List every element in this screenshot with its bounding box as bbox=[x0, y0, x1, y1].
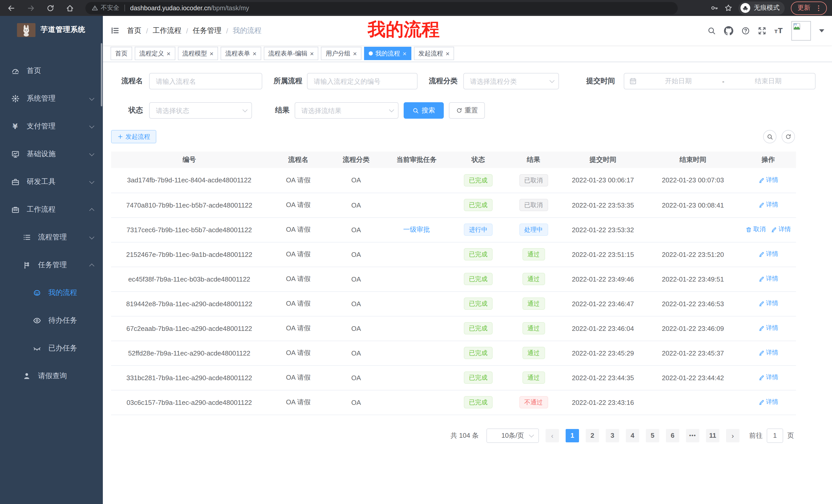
sidebar-item-8[interactable]: 我的流程 bbox=[0, 279, 103, 307]
table-row: 52ffd28e-7b9a-11ec-a290-acde48001122 OA … bbox=[111, 341, 796, 365]
result-select[interactable] bbox=[295, 102, 398, 119]
chevron-down-icon[interactable] bbox=[819, 29, 824, 32]
cell-id: 7470a810-7b9b-11ec-b5b7-acde48001122 bbox=[111, 193, 267, 217]
detail-link[interactable]: 详情 bbox=[758, 373, 778, 382]
detail-link[interactable]: 详情 bbox=[758, 176, 778, 185]
detail-link[interactable]: 详情 bbox=[758, 275, 778, 283]
monitor-icon bbox=[11, 150, 20, 158]
detail-link[interactable]: 详情 bbox=[758, 250, 778, 259]
tab-发起流程[interactable]: 发起流程 × bbox=[414, 47, 454, 60]
sidebar-item-9[interactable]: 待办任务 bbox=[0, 307, 103, 334]
browser-forward-icon[interactable] bbox=[25, 2, 37, 14]
cell-submit-time: 2022-01-23 00:06:17 bbox=[561, 168, 645, 193]
cell-category: OA bbox=[329, 365, 383, 390]
page-size-select[interactable]: 10条/页 bbox=[487, 428, 539, 443]
user-icon bbox=[23, 372, 31, 380]
show-search-button[interactable] bbox=[763, 130, 777, 143]
detail-link[interactable]: 详情 bbox=[758, 299, 778, 308]
refresh-table-button[interactable] bbox=[782, 130, 795, 143]
table-row: 819442e8-7b9a-11ec-a290-acde48001122 OA … bbox=[111, 291, 796, 316]
cell-result: 处理中 bbox=[506, 217, 561, 242]
close-icon[interactable]: × bbox=[166, 50, 171, 57]
breadcrumb-item[interactable]: 任务管理 bbox=[193, 26, 222, 35]
category-select[interactable] bbox=[463, 73, 559, 89]
svg-text:T: T bbox=[778, 27, 783, 34]
browser-reload-icon[interactable] bbox=[44, 2, 57, 14]
cell-category: OA bbox=[329, 168, 383, 193]
password-key-icon[interactable] bbox=[711, 4, 718, 12]
detail-link[interactable]: 详情 bbox=[758, 201, 778, 209]
sidebar-item-3[interactable]: 基础设施 bbox=[0, 140, 103, 168]
prev-page-button[interactable]: ‹ bbox=[546, 429, 559, 442]
result-badge: 已取消 bbox=[519, 174, 548, 187]
sidebar-item-2[interactable]: ¥ 支付管理 bbox=[0, 113, 103, 140]
status-select[interactable] bbox=[149, 102, 252, 119]
sidebar-item-0[interactable]: 首页 bbox=[0, 57, 103, 85]
sidebar-item-11[interactable]: 请假查询 bbox=[0, 362, 103, 390]
browser-update-button[interactable]: 更新 bbox=[791, 1, 827, 15]
sidebar-item-1[interactable]: 系统管理 bbox=[0, 85, 103, 113]
bookmark-star-icon[interactable] bbox=[725, 4, 732, 12]
close-icon[interactable]: × bbox=[210, 50, 213, 57]
page-button-4[interactable]: 4 bbox=[626, 429, 639, 442]
reset-button[interactable]: 重置 bbox=[449, 102, 485, 119]
search-button[interactable]: 搜索 bbox=[404, 102, 444, 119]
date-range-picker[interactable]: 开始日期 - 结束日期 bbox=[624, 73, 815, 89]
tab-首页[interactable]: 首页 bbox=[110, 47, 132, 60]
tab-我的流程[interactable]: 我的流程 × bbox=[364, 47, 411, 60]
fullscreen-icon[interactable] bbox=[758, 26, 766, 35]
start-date-placeholder: 开始日期 bbox=[636, 77, 720, 86]
sidebar-item-6[interactable]: 流程管理 bbox=[0, 223, 103, 251]
incognito-chip[interactable]: 无痕模式 bbox=[738, 1, 785, 15]
browser-menu-icon[interactable] bbox=[815, 4, 822, 11]
detail-link[interactable]: 详情 bbox=[758, 348, 778, 357]
tab-label: 发起流程 bbox=[418, 49, 443, 58]
process-definition-input[interactable] bbox=[307, 73, 418, 89]
avatar[interactable] bbox=[791, 21, 811, 40]
github-icon[interactable] bbox=[724, 26, 733, 35]
chevron-up-icon bbox=[89, 263, 94, 269]
close-icon[interactable]: × bbox=[310, 50, 314, 57]
sidebar-scrollbar[interactable] bbox=[101, 43, 102, 106]
page-button-2[interactable]: 2 bbox=[586, 429, 599, 442]
tab-用户分组[interactable]: 用户分组 × bbox=[321, 47, 362, 60]
sidebar-item-7[interactable]: 任务管理 bbox=[0, 251, 103, 279]
breadcrumb-item[interactable]: 工作流程 bbox=[153, 26, 182, 35]
tab-流程模型[interactable]: 流程模型 × bbox=[178, 47, 218, 60]
tab-流程表单[interactable]: 流程表单 × bbox=[220, 47, 261, 60]
close-icon[interactable]: × bbox=[446, 50, 449, 57]
help-icon[interactable] bbox=[742, 26, 750, 35]
sidebar-item-5[interactable]: 工作流程 bbox=[0, 196, 103, 223]
page-button-6[interactable]: 6 bbox=[666, 429, 679, 442]
create-process-button[interactable]: 发起流程 bbox=[111, 130, 156, 143]
page-button-1[interactable]: 1 bbox=[566, 429, 579, 442]
tab-流程表单-编辑[interactable]: 流程表单-编辑 × bbox=[264, 47, 318, 60]
browser-back-icon[interactable] bbox=[5, 2, 18, 14]
detail-link[interactable]: 详情 bbox=[758, 398, 778, 407]
page-button-5[interactable]: 5 bbox=[646, 429, 659, 442]
sidebar-item-4[interactable]: 研发工具 bbox=[0, 168, 103, 196]
more-pages-button[interactable]: ••• bbox=[686, 429, 699, 442]
detail-link[interactable]: 详情 bbox=[771, 225, 791, 234]
task-link[interactable]: 一级审批 bbox=[403, 226, 430, 233]
font-size-icon[interactable]: TT bbox=[774, 26, 783, 35]
sidebar-item-10[interactable]: 已办任务 bbox=[0, 334, 103, 362]
close-icon[interactable]: × bbox=[353, 50, 357, 57]
tab-流程定义[interactable]: 流程定义 × bbox=[135, 47, 175, 60]
header-search-icon[interactable] bbox=[707, 26, 716, 35]
logo-link[interactable]: 芋道管理系统 bbox=[0, 16, 103, 44]
cancel-link[interactable]: 取消 bbox=[746, 225, 766, 234]
sidebar-item-label: 研发工具 bbox=[27, 177, 55, 187]
process-name-input[interactable] bbox=[149, 73, 262, 89]
goto-page-input[interactable] bbox=[767, 428, 783, 443]
breadcrumb-item[interactable]: 首页 bbox=[127, 26, 141, 35]
address-bar[interactable]: 不安全 dashboard.yudao.iocoder.cn/bpm/task/… bbox=[85, 2, 678, 14]
close-icon[interactable]: × bbox=[253, 50, 256, 57]
page-button-11[interactable]: 11 bbox=[706, 429, 719, 442]
browser-home-icon[interactable] bbox=[64, 2, 76, 14]
next-page-button[interactable]: › bbox=[726, 429, 739, 442]
page-button-3[interactable]: 3 bbox=[606, 429, 619, 442]
close-icon[interactable]: × bbox=[402, 50, 407, 57]
sidebar-collapse-icon[interactable] bbox=[110, 26, 119, 35]
detail-link[interactable]: 详情 bbox=[758, 324, 778, 333]
